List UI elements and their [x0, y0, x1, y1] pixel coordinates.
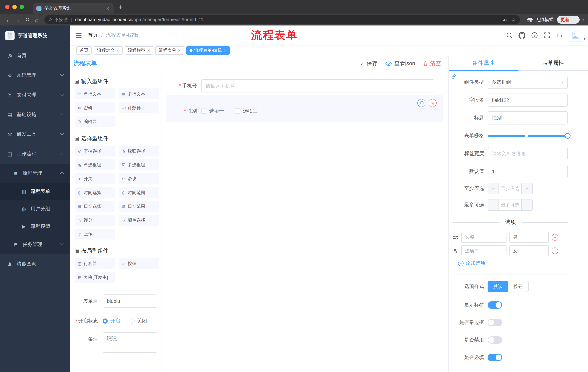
palette-item-upload[interactable]: ⇪上传 [74, 229, 115, 240]
minimize-window-button[interactable] [12, 5, 17, 9]
form-grid-slider[interactable] [488, 129, 568, 142]
close-icon[interactable]: × [116, 48, 119, 53]
palette-item-color-picker[interactable]: ◕颜色选择 [119, 215, 159, 226]
tag-process-form-edit[interactable]: 流程表单-编辑 × [186, 46, 230, 55]
close-window-button[interactable] [5, 5, 10, 9]
close-icon[interactable]: × [147, 48, 150, 53]
minus-icon[interactable]: − [488, 183, 498, 194]
app-logo[interactable]: 芋道管理系统 [0, 25, 70, 46]
palette-item-password[interactable]: ⊠密码 [74, 102, 115, 113]
tag-process-definition[interactable]: 流程定义 × [94, 46, 122, 55]
remark-textarea[interactable]: 嘿嘿 [103, 332, 157, 353]
palette-item-checkbox-group[interactable]: ☑多选框组 [119, 159, 159, 170]
help-icon[interactable]: ? [531, 32, 538, 39]
palette-item-row-container[interactable]: ◫行容器 [74, 258, 115, 269]
label-width-input[interactable] [488, 147, 568, 160]
style-button-button[interactable]: 按钮 [508, 281, 529, 292]
sidebar-item-workflow[interactable]: ◫ 工作流程 [0, 144, 70, 164]
user-avatar[interactable]: ▾ [569, 29, 582, 42]
slider-track[interactable] [488, 135, 568, 137]
breadcrumb-home[interactable]: 首页 [88, 32, 98, 39]
sidebar-item-task-management[interactable]: ⚑ 任务管理 [0, 235, 70, 254]
gender-option2-checkbox[interactable]: 选项二 [235, 108, 258, 114]
sidebar-item-leave-query[interactable]: ♟ 请假查询 [0, 254, 70, 274]
search-icon[interactable] [506, 32, 513, 39]
max-select-stepper[interactable]: − 最多可选 + [488, 199, 533, 211]
option-value-input[interactable] [509, 232, 549, 243]
title-input[interactable] [488, 111, 568, 125]
palette-item-date-range[interactable]: ▩日期范围 [119, 201, 159, 212]
fullscreen-icon[interactable] [544, 32, 550, 39]
save-button[interactable]: ✓ 保存 [360, 60, 378, 67]
max-select-value[interactable]: 最多可选 [498, 200, 522, 210]
default-value-input[interactable] [488, 165, 568, 178]
chrome-menu-icon[interactable]: ⋮ [572, 17, 577, 22]
drag-handle-icon[interactable] [453, 235, 459, 240]
sidebar-item-process-management[interactable]: ≡ 流程管理 [0, 164, 70, 183]
chrome-update-button[interactable]: 更新 ⋮ [557, 16, 580, 24]
add-option-button[interactable]: + 添加选项 [458, 260, 568, 266]
remove-option-icon[interactable]: − [552, 234, 558, 241]
phone-input[interactable] [201, 79, 434, 93]
forward-icon[interactable]: → [13, 17, 22, 23]
sidebar-item-system[interactable]: ⚙ 系统管理 [0, 65, 70, 85]
github-icon[interactable] [518, 32, 525, 39]
min-select-value[interactable]: 至少应选 [498, 183, 522, 194]
reload-icon[interactable]: ↻ [22, 16, 32, 23]
field-name-input[interactable] [488, 94, 568, 107]
palette-item-time-range[interactable]: ◶时间范围 [119, 187, 159, 198]
option-label-input[interactable] [461, 245, 506, 256]
tab-form-props[interactable]: 表单属性 [518, 56, 588, 70]
phone-field-row[interactable]: 手机号 [166, 79, 443, 93]
style-default-button[interactable]: 默认 [488, 281, 508, 292]
sidebar-item-infrastructure[interactable]: ▤ 基础设施 [0, 105, 70, 125]
home-icon[interactable]: ⌂ [32, 17, 42, 23]
tag-process-form[interactable]: 流程表单 × [155, 46, 184, 55]
tag-home[interactable]: 首页 [76, 46, 92, 55]
link-icon[interactable] [450, 73, 457, 80]
bookmark-star-icon[interactable]: ☆ [511, 17, 516, 22]
palette-item-select[interactable]: ⊙下拉选择 [74, 146, 115, 157]
sidebar-item-dev-tools[interactable]: ⚒ 研发工具 [0, 125, 70, 144]
delete-component-button[interactable] [429, 99, 437, 107]
address-bar[interactable]: ⚠ 不安全 | dashboard.yudao.iocoder.cn /bpm/… [44, 15, 520, 24]
collapse-sidebar-icon[interactable] [76, 33, 82, 38]
status-off-radio[interactable]: 关闭 [129, 318, 147, 324]
close-icon[interactable]: × [224, 48, 227, 53]
copy-component-button[interactable] [417, 99, 425, 107]
show-label-switch[interactable] [488, 301, 502, 309]
palette-item-table[interactable]: ⊞表格[开发中] [74, 272, 115, 283]
palette-item-radio-group[interactable]: ◉单选框组 [74, 159, 115, 170]
palette-item-slider[interactable]: ⊷滑块 [119, 173, 159, 184]
slider-handle[interactable] [565, 133, 570, 139]
component-type-select[interactable]: 多选框组 ▾ [488, 76, 568, 89]
gender-option1-checkbox[interactable]: 选项一 [201, 108, 224, 114]
palette-item-switch[interactable]: ◐开关 [74, 173, 115, 184]
palette-item-single-text[interactable]: ▭单行文本 [74, 88, 115, 99]
chevron-down-icon[interactable]: ∨ [582, 18, 584, 21]
palette-item-time-picker[interactable]: ◷时间选择 [74, 187, 115, 198]
browser-tab[interactable]: 芋道管理系统 × [33, 3, 114, 14]
sidebar-item-payment[interactable]: ¥ 支付管理 [0, 85, 70, 105]
palette-item-date-picker[interactable]: ▦日期选择 [74, 201, 115, 212]
tab-close-icon[interactable]: × [105, 5, 110, 11]
maximize-window-button[interactable] [20, 5, 24, 9]
sidebar-item-home[interactable]: ◎ 首页 [0, 46, 70, 65]
option-value-input[interactable] [509, 245, 549, 256]
palette-item-counter[interactable]: 123计数器 [119, 102, 159, 113]
drag-handle-icon[interactable] [453, 248, 459, 253]
gender-field-selected[interactable]: 性别 选项一 选项二 [166, 95, 443, 122]
palette-item-multi-text[interactable]: ▤多行文本 [119, 88, 159, 99]
sidebar-item-user-group[interactable]: ◍ 用户分组 [0, 200, 70, 218]
sidebar-item-process-model[interactable]: ▶ 流程模型 [0, 218, 70, 235]
palette-item-button[interactable]: ☞按钮 [119, 258, 159, 269]
plus-icon[interactable]: + [522, 200, 532, 210]
close-icon[interactable]: × [178, 48, 181, 53]
form-name-input[interactable] [103, 295, 157, 308]
plus-icon[interactable]: + [522, 183, 532, 194]
new-tab-button[interactable]: + [119, 3, 123, 10]
tag-process-model[interactable]: 流程模型 × [125, 46, 153, 55]
required-switch[interactable] [488, 354, 502, 361]
min-select-stepper[interactable]: − 至少应选 + [488, 183, 533, 194]
password-key-icon[interactable] [502, 17, 508, 22]
